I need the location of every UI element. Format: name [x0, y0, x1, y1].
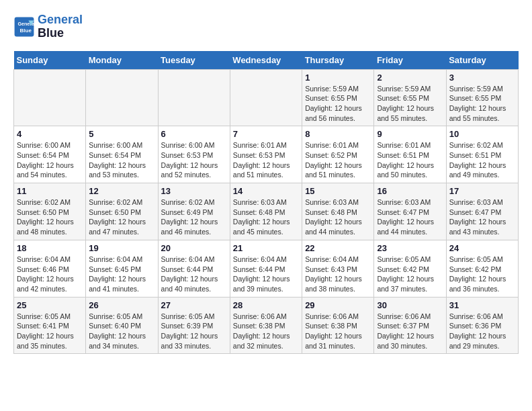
day-info: Sunrise: 6:02 AMSunset: 6:50 PMDaylight:…	[17, 197, 83, 237]
calendar-day-empty	[230, 69, 302, 126]
calendar-header-monday: Monday	[86, 51, 158, 70]
calendar-header-sunday: Sunday	[14, 51, 86, 70]
day-info: Sunrise: 6:06 AMSunset: 6:38 PMDaylight:…	[233, 312, 299, 351]
calendar-week-row: 1Sunrise: 5:59 AMSunset: 6:55 PMDaylight…	[14, 69, 519, 126]
calendar-day-13: 13Sunrise: 6:02 AMSunset: 6:49 PMDayligh…	[158, 183, 230, 240]
day-info: Sunrise: 6:06 AMSunset: 6:36 PMDaylight:…	[449, 312, 515, 351]
day-info: Sunrise: 6:05 AMSunset: 6:40 PMDaylight:…	[89, 312, 154, 351]
calendar-day-14: 14Sunrise: 6:03 AMSunset: 6:48 PMDayligh…	[230, 183, 302, 240]
day-info: Sunrise: 6:04 AMSunset: 6:44 PMDaylight:…	[233, 255, 299, 294]
calendar-day-17: 17Sunrise: 6:03 AMSunset: 6:47 PMDayligh…	[446, 183, 518, 240]
day-info: Sunrise: 6:04 AMSunset: 6:45 PMDaylight:…	[89, 255, 154, 294]
calendar-day-27: 27Sunrise: 6:05 AMSunset: 6:39 PMDayligh…	[158, 297, 230, 354]
day-info: Sunrise: 6:04 AMSunset: 6:43 PMDaylight:…	[305, 255, 371, 294]
day-number: 27	[161, 300, 227, 310]
calendar-day-10: 10Sunrise: 6:02 AMSunset: 6:51 PMDayligh…	[446, 126, 518, 183]
day-number: 31	[449, 300, 515, 310]
calendar-day-empty	[158, 69, 230, 126]
calendar-week-row: 11Sunrise: 6:02 AMSunset: 6:50 PMDayligh…	[14, 183, 519, 240]
calendar-day-1: 1Sunrise: 5:59 AMSunset: 6:55 PMDaylight…	[302, 69, 374, 126]
logo-icon: General Blue	[13, 16, 35, 38]
calendar-day-22: 22Sunrise: 6:04 AMSunset: 6:43 PMDayligh…	[302, 240, 374, 297]
calendar-day-31: 31Sunrise: 6:06 AMSunset: 6:36 PMDayligh…	[446, 297, 518, 354]
day-number: 1	[305, 73, 371, 83]
day-number: 25	[17, 300, 83, 310]
day-number: 11	[17, 186, 83, 196]
day-number: 9	[377, 129, 443, 139]
calendar-day-15: 15Sunrise: 6:03 AMSunset: 6:48 PMDayligh…	[302, 183, 374, 240]
day-info: Sunrise: 6:02 AMSunset: 6:49 PMDaylight:…	[161, 197, 227, 237]
page-header: General Blue GeneralBlue	[13, 13, 519, 40]
calendar-week-row: 25Sunrise: 6:05 AMSunset: 6:41 PMDayligh…	[14, 297, 519, 354]
calendar-week-row: 18Sunrise: 6:04 AMSunset: 6:46 PMDayligh…	[14, 240, 519, 297]
calendar-day-8: 8Sunrise: 6:01 AMSunset: 6:52 PMDaylight…	[302, 126, 374, 183]
day-number: 12	[89, 186, 154, 196]
day-number: 26	[89, 300, 154, 310]
day-info: Sunrise: 6:03 AMSunset: 6:48 PMDaylight:…	[233, 197, 299, 237]
day-info: Sunrise: 6:00 AMSunset: 6:54 PMDaylight:…	[17, 140, 83, 180]
day-info: Sunrise: 6:00 AMSunset: 6:53 PMDaylight:…	[161, 140, 227, 180]
day-number: 30	[377, 300, 443, 310]
day-info: Sunrise: 6:02 AMSunset: 6:51 PMDaylight:…	[449, 140, 515, 180]
calendar-day-25: 25Sunrise: 6:05 AMSunset: 6:41 PMDayligh…	[14, 297, 86, 354]
day-number: 20	[161, 243, 227, 253]
day-number: 16	[377, 186, 443, 196]
calendar-day-18: 18Sunrise: 6:04 AMSunset: 6:46 PMDayligh…	[14, 240, 86, 297]
calendar-day-7: 7Sunrise: 6:01 AMSunset: 6:53 PMDaylight…	[230, 126, 302, 183]
day-info: Sunrise: 6:03 AMSunset: 6:47 PMDaylight:…	[449, 197, 515, 237]
calendar-day-9: 9Sunrise: 6:01 AMSunset: 6:51 PMDaylight…	[374, 126, 446, 183]
calendar-header-tuesday: Tuesday	[158, 51, 230, 70]
day-info: Sunrise: 5:59 AMSunset: 6:55 PMDaylight:…	[305, 84, 371, 124]
calendar-day-2: 2Sunrise: 5:59 AMSunset: 6:55 PMDaylight…	[374, 69, 446, 126]
day-number: 8	[305, 129, 371, 139]
day-number: 23	[377, 243, 443, 253]
day-number: 22	[305, 243, 371, 253]
calendar-day-23: 23Sunrise: 6:05 AMSunset: 6:42 PMDayligh…	[374, 240, 446, 297]
calendar-day-24: 24Sunrise: 6:05 AMSunset: 6:42 PMDayligh…	[446, 240, 518, 297]
calendar-day-30: 30Sunrise: 6:06 AMSunset: 6:37 PMDayligh…	[374, 297, 446, 354]
calendar-header-wednesday: Wednesday	[230, 51, 302, 70]
day-number: 4	[17, 129, 83, 139]
calendar-day-21: 21Sunrise: 6:04 AMSunset: 6:44 PMDayligh…	[230, 240, 302, 297]
day-info: Sunrise: 6:05 AMSunset: 6:42 PMDaylight:…	[377, 255, 443, 294]
day-info: Sunrise: 6:05 AMSunset: 6:41 PMDaylight:…	[17, 312, 83, 351]
day-number: 15	[305, 186, 371, 196]
calendar-header-saturday: Saturday	[446, 51, 518, 70]
day-number: 3	[449, 73, 515, 83]
calendar-header-row: SundayMondayTuesdayWednesdayThursdayFrid…	[14, 51, 519, 70]
calendar-day-4: 4Sunrise: 6:00 AMSunset: 6:54 PMDaylight…	[14, 126, 86, 183]
day-info: Sunrise: 6:03 AMSunset: 6:47 PMDaylight:…	[377, 197, 443, 237]
day-number: 21	[233, 243, 299, 253]
day-info: Sunrise: 6:02 AMSunset: 6:50 PMDaylight:…	[89, 197, 154, 237]
calendar-day-26: 26Sunrise: 6:05 AMSunset: 6:40 PMDayligh…	[86, 297, 158, 354]
day-info: Sunrise: 5:59 AMSunset: 6:55 PMDaylight:…	[377, 84, 443, 124]
logo-text: GeneralBlue	[38, 13, 83, 40]
day-info: Sunrise: 6:04 AMSunset: 6:44 PMDaylight:…	[161, 255, 227, 294]
calendar-day-20: 20Sunrise: 6:04 AMSunset: 6:44 PMDayligh…	[158, 240, 230, 297]
day-info: Sunrise: 6:01 AMSunset: 6:51 PMDaylight:…	[377, 140, 443, 180]
day-number: 24	[449, 243, 515, 253]
logo: General Blue GeneralBlue	[13, 13, 83, 40]
calendar-table: SundayMondayTuesdayWednesdayThursdayFrid…	[13, 51, 519, 355]
calendar-day-3: 3Sunrise: 5:59 AMSunset: 6:55 PMDaylight…	[446, 69, 518, 126]
day-info: Sunrise: 6:05 AMSunset: 6:39 PMDaylight:…	[161, 312, 227, 351]
calendar-day-12: 12Sunrise: 6:02 AMSunset: 6:50 PMDayligh…	[86, 183, 158, 240]
day-number: 7	[233, 129, 299, 139]
svg-text:Blue: Blue	[20, 28, 32, 34]
calendar-week-row: 4Sunrise: 6:00 AMSunset: 6:54 PMDaylight…	[14, 126, 519, 183]
calendar-day-19: 19Sunrise: 6:04 AMSunset: 6:45 PMDayligh…	[86, 240, 158, 297]
calendar-header-friday: Friday	[374, 51, 446, 70]
day-number: 28	[233, 300, 299, 310]
day-info: Sunrise: 5:59 AMSunset: 6:55 PMDaylight:…	[449, 84, 515, 124]
calendar-day-29: 29Sunrise: 6:06 AMSunset: 6:38 PMDayligh…	[302, 297, 374, 354]
calendar-day-5: 5Sunrise: 6:00 AMSunset: 6:54 PMDaylight…	[86, 126, 158, 183]
day-number: 10	[449, 129, 515, 139]
day-info: Sunrise: 6:03 AMSunset: 6:48 PMDaylight:…	[305, 197, 371, 237]
day-info: Sunrise: 6:06 AMSunset: 6:37 PMDaylight:…	[377, 312, 443, 351]
day-number: 19	[89, 243, 154, 253]
day-number: 18	[17, 243, 83, 253]
calendar-day-6: 6Sunrise: 6:00 AMSunset: 6:53 PMDaylight…	[158, 126, 230, 183]
day-number: 17	[449, 186, 515, 196]
day-info: Sunrise: 6:01 AMSunset: 6:52 PMDaylight:…	[305, 140, 371, 180]
day-number: 2	[377, 73, 443, 83]
